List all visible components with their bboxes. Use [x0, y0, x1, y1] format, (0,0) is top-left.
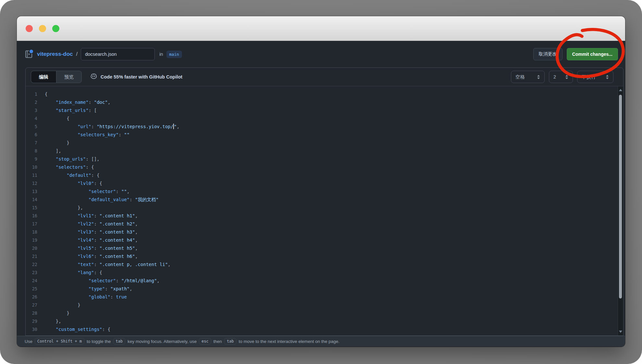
line-number: 15 [26, 204, 37, 212]
screenshot-background: vitepress-doc / in main 取消更改 Commit chan… [0, 0, 642, 364]
in-label: in [159, 52, 163, 57]
code-line: 27 } [26, 301, 623, 309]
code-text: "type": "xpath", [45, 285, 132, 293]
keyboard-shortcut-key: esc [199, 338, 211, 345]
code-line: 11 "default": { [26, 171, 623, 179]
scroll-up-arrow[interactable] [619, 89, 622, 91]
code-text: } [45, 309, 69, 317]
line-number: 23 [26, 269, 37, 277]
line-number: 28 [26, 309, 37, 317]
tab-preview[interactable]: 预览 [56, 71, 81, 83]
scrollbar-thumb[interactable] [619, 95, 622, 298]
line-number: 4 [26, 115, 37, 123]
repo-name-link[interactable]: vitepress-doc [37, 51, 73, 57]
editor-panel: 编辑 预览 Code 55% faster with Git [25, 67, 624, 336]
code-line: 7 } [26, 139, 623, 147]
code-text: "default": { [45, 171, 100, 179]
code-line: 20 "lvl5": ".content h5", [26, 244, 623, 252]
file-header: vitepress-doc / in main 取消更改 Commit chan… [17, 41, 625, 67]
line-number: 25 [26, 285, 37, 293]
code-text: "selector": "/html/@lang", [45, 277, 160, 285]
code-text: { [45, 90, 47, 98]
filename-input[interactable] [81, 48, 155, 60]
commit-changes-button[interactable]: Commit changes... [567, 48, 618, 60]
repo-icon [25, 50, 33, 58]
line-number: 13 [26, 188, 37, 196]
line-number: 3 [26, 106, 37, 115]
indent-mode-select[interactable]: 空格 [511, 71, 545, 83]
copilot-banner-text: Code 55% faster with GitHub Copilot [101, 74, 182, 79]
code-editor[interactable]: 1{2 "index_name": "doc",3 "start_urls": … [26, 86, 623, 335]
code-line: 24 "selector": "/html/@lang", [26, 277, 623, 285]
line-number: 14 [26, 196, 37, 204]
code-line: 25 "type": "xpath", [26, 285, 623, 293]
code-text: "lvl4": ".content h4", [45, 236, 138, 244]
line-number: 8 [26, 147, 37, 155]
status-text: key moving focus. Alternatively, use [127, 339, 197, 344]
line-wrap-select[interactable]: 不换行 [577, 71, 613, 83]
copilot-banner[interactable]: Code 55% faster with GitHub Copilot [90, 73, 182, 81]
updown-arrows-icon [565, 75, 568, 79]
code-text: "global": true [45, 293, 127, 301]
keyboard-shortcut-key: tab [224, 338, 236, 345]
code-text: "selectors_key": "" [45, 131, 129, 139]
code-line: 19 "lvl4": ".content h4", [26, 236, 623, 244]
code-line: 5 "url": "https://vitepress.yiov.top/", [26, 123, 623, 131]
code-text: "lvl6": ".content h6", [45, 252, 138, 261]
line-number: 26 [26, 293, 37, 301]
code-text: "url": "https://vitepress.yiov.top/", [45, 123, 179, 131]
code-line: 12 "lvl0": { [26, 179, 623, 188]
indent-size-select[interactable]: 2 [549, 71, 573, 83]
line-number: 1 [26, 90, 37, 98]
code-text: "lvl3": ".content h3", [45, 228, 138, 236]
code-text: }, [45, 204, 83, 212]
copilot-icon [90, 73, 97, 81]
cancel-changes-button[interactable]: 取消更改 [533, 48, 563, 60]
code-line: 6 "selectors_key": "" [26, 131, 623, 139]
code-line: 18 "lvl3": ".content h3", [26, 228, 623, 236]
line-wrap-value: 不换行 [582, 74, 596, 80]
line-number: 2 [26, 98, 37, 106]
line-number: 31 [26, 334, 37, 335]
code-text: "start_urls": [ [45, 106, 97, 115]
code-text: "default_value": "我的文档" [45, 196, 159, 204]
updown-arrows-icon [606, 75, 609, 79]
status-text: to move to the next interactive element … [239, 339, 340, 344]
line-number: 12 [26, 179, 37, 188]
scroll-down-arrow[interactable] [619, 331, 622, 333]
editor-scrollbar[interactable] [618, 86, 623, 335]
code-line: 22 "text": ".content p, .content li", [26, 261, 623, 269]
code-line: 3 "start_urls": [ [26, 106, 623, 115]
line-number: 5 [26, 123, 37, 131]
line-number: 16 [26, 212, 37, 220]
updown-arrows-icon [537, 75, 540, 79]
code-text: "attributesForFaceting": [ [45, 334, 138, 335]
window-titlebar [17, 16, 625, 41]
line-number: 20 [26, 244, 37, 252]
line-number: 21 [26, 252, 37, 261]
line-number: 27 [26, 301, 37, 309]
code-line: 4 { [26, 115, 623, 123]
tab-edit[interactable]: 编辑 [31, 71, 56, 83]
code-text: "lvl0": { [45, 179, 102, 188]
line-number: 30 [26, 325, 37, 334]
code-text: "lang": { [45, 269, 102, 277]
line-number: 9 [26, 155, 37, 163]
line-number: 24 [26, 277, 37, 285]
line-number: 29 [26, 317, 37, 325]
browser-window: vitepress-doc / in main 取消更改 Commit chan… [17, 16, 625, 347]
code-line: 10 "selectors": { [26, 163, 623, 171]
code-line: 17 "lvl2": ".content h2", [26, 220, 623, 228]
minimize-window-button[interactable] [39, 25, 46, 32]
line-number: 19 [26, 236, 37, 244]
maximize-window-button[interactable] [52, 25, 59, 32]
code-text: "stop_urls": [], [45, 155, 100, 163]
edit-preview-tabs: 编辑 预览 [31, 71, 82, 83]
code-text: }, [45, 317, 61, 325]
code-line: 16 "lvl1": ".content h1", [26, 212, 623, 220]
code-text: } [45, 301, 80, 309]
code-text: "lvl1": ".content h1", [45, 212, 138, 220]
close-window-button[interactable] [26, 25, 33, 32]
status-text: then [213, 339, 222, 344]
code-text: "text": ".content p, .content li", [45, 261, 171, 269]
